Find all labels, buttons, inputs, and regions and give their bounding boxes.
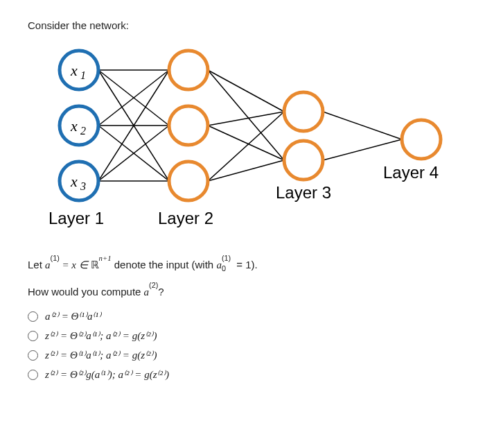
node-x2-sub: 2 (80, 125, 86, 137)
svg-line-11 (208, 112, 284, 126)
option-d-text: z⁽²⁾ = Θ⁽²⁾g(a⁽¹⁾); a⁽²⁾ = g(z⁽²⁾) (45, 368, 169, 381)
layer1-nodes: x 1 x 2 x 3 (60, 51, 98, 200)
q-line2-a: a (144, 286, 150, 298)
q-line2-sup: (2) (149, 281, 158, 289)
svg-point-18 (60, 106, 98, 145)
option-b[interactable]: z⁽²⁾ = Θ⁽²⁾a⁽¹⁾; a⁽²⁾ = g(z⁽²⁾) (28, 329, 485, 342)
edges-layer2-3 (208, 70, 284, 181)
q-line1-pre: Let (28, 259, 45, 270)
q-line1-supsub-sup: (1) (222, 254, 231, 262)
q-line1-sup1: (1) (51, 254, 60, 262)
option-b-text: z⁽²⁾ = Θ⁽²⁾a⁽¹⁾; a⁽²⁾ = g(z⁽²⁾) (45, 329, 157, 342)
node-x3-label: x (70, 173, 78, 190)
option-c[interactable]: z⁽²⁾ = Θ⁽¹⁾a⁽¹⁾; a⁽²⁾ = g(z⁽²⁾) (28, 349, 485, 361)
q-line1-supsub-sub: 0 (222, 263, 226, 275)
q-line1-R: ℝ (91, 259, 99, 270)
q-line1-exp: n+1 (99, 254, 112, 262)
svg-line-9 (208, 70, 284, 112)
option-a-text: a⁽²⁾ = Θ⁽¹⁾a⁽¹⁾ (45, 310, 101, 322)
radio-icon (28, 370, 38, 380)
node-x2-label: x (70, 117, 78, 135)
q-line2-pre: How would you compute (28, 286, 144, 298)
option-d[interactable]: z⁽²⁾ = Θ⁽²⁾g(a⁽¹⁾); a⁽²⁾ = g(z⁽²⁾) (28, 368, 485, 381)
edges-layer3-4 (323, 112, 402, 160)
svg-line-12 (208, 126, 284, 160)
option-c-text: z⁽²⁾ = Θ⁽¹⁾a⁽¹⁾; a⁽²⁾ = g(z⁽²⁾) (45, 349, 157, 361)
svg-point-17 (60, 51, 98, 89)
svg-point-21 (169, 106, 208, 145)
radio-icon (28, 311, 38, 322)
svg-point-23 (284, 92, 323, 131)
radio-icon (28, 350, 38, 361)
svg-line-16 (323, 139, 402, 160)
radio-icon (28, 331, 38, 341)
svg-point-22 (169, 162, 208, 200)
svg-point-24 (284, 141, 323, 180)
q-line1-end: = 1). (233, 259, 258, 270)
node-x1-sub: 1 (80, 69, 86, 81)
q-line2-end: ? (158, 286, 164, 298)
layer4-label: Layer 4 (383, 163, 439, 182)
question-text: Let a(1) = x ∈ ℝn+1 denote the input (wi… (28, 256, 485, 300)
node-x1-label: x (70, 62, 78, 79)
q-line1-a: a (45, 259, 51, 270)
q-line1-a2: a (216, 259, 222, 270)
layer2-label: Layer 2 (158, 209, 213, 227)
svg-point-20 (169, 51, 208, 89)
option-a[interactable]: a⁽²⁾ = Θ⁽¹⁾a⁽¹⁾ (28, 310, 485, 322)
answer-options: a⁽²⁾ = Θ⁽¹⁾a⁽¹⁾ z⁽²⁾ = Θ⁽²⁾a⁽¹⁾; a⁽²⁾ = … (28, 310, 485, 381)
q-line1-eq: = x ∈ (60, 259, 91, 270)
layer4-nodes (402, 120, 441, 159)
network-diagram: x 1 x 2 x 3 Layer 1 Layer 2 Layer 3 Laye… (40, 42, 485, 243)
node-x3-sub: 3 (80, 180, 86, 192)
svg-line-15 (323, 112, 402, 139)
layer1-label: Layer 1 (48, 209, 104, 227)
svg-point-25 (402, 120, 441, 159)
question-prompt: Consider the network: (28, 19, 485, 31)
layer2-nodes (169, 51, 208, 200)
layer3-nodes (284, 92, 323, 180)
edges-layer1-2 (98, 70, 169, 181)
layer3-label: Layer 3 (276, 183, 331, 202)
q-line1-mid: denote the input (with (112, 259, 217, 270)
svg-point-19 (60, 162, 98, 200)
